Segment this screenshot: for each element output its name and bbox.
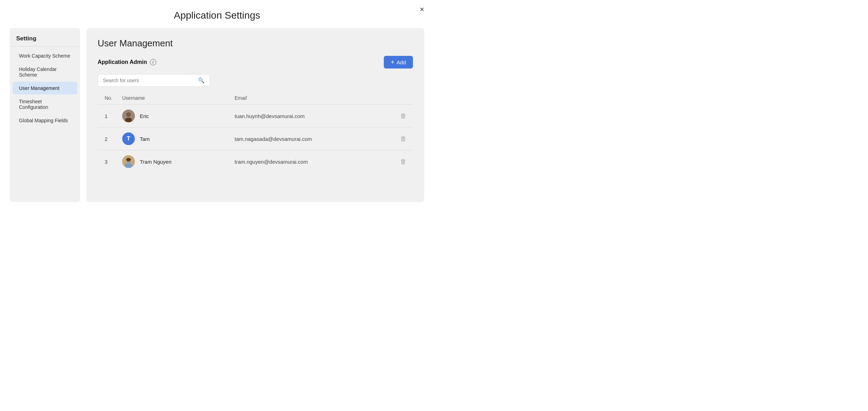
col-header-no: No. bbox=[98, 93, 119, 105]
table-row: 3 bbox=[98, 150, 413, 173]
avatar bbox=[122, 155, 135, 168]
avatar-image bbox=[122, 155, 135, 168]
row-no: 3 bbox=[98, 150, 119, 173]
row-email: tuan.huynh@devsamurai.com bbox=[231, 105, 394, 128]
sidebar: Setting Work Capacity Scheme Holiday Cal… bbox=[10, 28, 80, 202]
row-username: Tram Nguyen bbox=[119, 150, 231, 173]
delete-button[interactable]: 🗑 bbox=[397, 111, 409, 121]
svg-point-3 bbox=[127, 113, 130, 116]
section-title: User Management bbox=[98, 38, 413, 49]
admin-label: Application Admin i bbox=[98, 59, 156, 65]
sidebar-item-work-capacity[interactable]: Work Capacity Scheme bbox=[13, 50, 77, 62]
sidebar-item-holiday-calendar[interactable]: Holiday Calendar Scheme bbox=[13, 63, 77, 81]
col-header-email: Email bbox=[231, 93, 394, 105]
table-row: 2 T Tam tam.nagasada@devsamurai.com 🗑 bbox=[98, 128, 413, 150]
avatar: T bbox=[122, 132, 135, 145]
row-email: tam.nagasada@devsamurai.com bbox=[231, 128, 394, 150]
row-username: Eric bbox=[119, 105, 231, 128]
row-action: 🗑 bbox=[394, 150, 413, 173]
main-layout: Setting Work Capacity Scheme Holiday Cal… bbox=[0, 28, 434, 202]
plus-icon: + bbox=[391, 59, 395, 65]
close-button[interactable]: × bbox=[417, 4, 427, 15]
admin-header: Application Admin i + Add bbox=[98, 56, 413, 68]
delete-button[interactable]: 🗑 bbox=[397, 157, 409, 167]
user-table: No. Username Email 1 bbox=[98, 93, 413, 173]
row-email: tram.nguyen@devsamurai.com bbox=[231, 150, 394, 173]
sidebar-item-global-mapping[interactable]: Global Mapping Fields bbox=[13, 114, 77, 127]
svg-point-7 bbox=[126, 158, 131, 161]
delete-button[interactable]: 🗑 bbox=[397, 134, 409, 144]
page-title: Application Settings bbox=[0, 0, 434, 28]
row-action: 🗑 bbox=[394, 128, 413, 150]
add-button[interactable]: + Add bbox=[384, 56, 413, 68]
row-username: T Tam bbox=[119, 128, 231, 150]
sidebar-item-timesheet-config[interactable]: Timesheet Configuration bbox=[13, 95, 77, 113]
info-icon[interactable]: i bbox=[150, 59, 156, 65]
avatar bbox=[122, 110, 135, 122]
search-icon: 🔍 bbox=[198, 77, 205, 84]
trash-icon: 🗑 bbox=[400, 112, 407, 119]
col-header-username: Username bbox=[119, 93, 231, 105]
sidebar-item-user-management[interactable]: User Management bbox=[13, 82, 77, 94]
table-header-row: No. Username Email bbox=[98, 93, 413, 105]
search-box: 🔍 bbox=[98, 74, 210, 87]
row-action: 🗑 bbox=[394, 105, 413, 128]
avatar-image bbox=[122, 110, 135, 122]
trash-icon: 🗑 bbox=[400, 135, 407, 142]
content-area: User Management Application Admin i + Ad… bbox=[86, 28, 424, 202]
table-row: 1 Eri bbox=[98, 105, 413, 128]
trash-icon: 🗑 bbox=[400, 158, 407, 165]
row-no: 1 bbox=[98, 105, 119, 128]
row-no: 2 bbox=[98, 128, 119, 150]
sidebar-heading: Setting bbox=[10, 35, 80, 47]
search-input[interactable] bbox=[103, 78, 198, 83]
